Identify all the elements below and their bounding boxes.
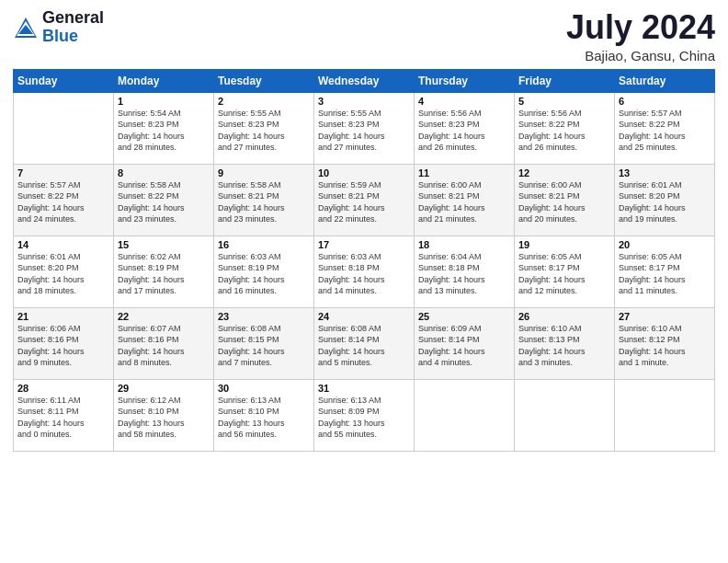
weekday-header-row: Sunday Monday Tuesday Wednesday Thursday… (14, 69, 715, 92)
day-info: Sunrise: 6:01 AM Sunset: 8:20 PM Dayligh… (17, 251, 109, 297)
day-info: Sunrise: 5:55 AM Sunset: 8:23 PM Dayligh… (318, 108, 410, 154)
table-cell: 3Sunrise: 5:55 AM Sunset: 8:23 PM Daylig… (314, 92, 415, 164)
title-area: July 2024 Bajiao, Gansu, China (566, 9, 715, 63)
table-cell: 11Sunrise: 6:00 AM Sunset: 8:21 PM Dayli… (415, 164, 515, 236)
day-info: Sunrise: 5:54 AM Sunset: 8:23 PM Dayligh… (118, 108, 210, 154)
table-cell: 2Sunrise: 5:55 AM Sunset: 8:23 PM Daylig… (214, 92, 314, 164)
table-cell: 4Sunrise: 5:56 AM Sunset: 8:23 PM Daylig… (415, 92, 515, 164)
table-cell: 13Sunrise: 6:01 AM Sunset: 8:20 PM Dayli… (615, 164, 715, 236)
day-number: 23 (218, 311, 310, 322)
day-number: 15 (118, 239, 210, 250)
table-cell: 16Sunrise: 6:03 AM Sunset: 8:19 PM Dayli… (214, 236, 314, 307)
day-number: 30 (218, 383, 310, 394)
day-number: 20 (619, 239, 711, 250)
logo-general: General (42, 9, 104, 28)
day-number: 12 (518, 167, 610, 178)
month-title: July 2024 (566, 9, 715, 46)
day-number: 6 (619, 96, 711, 107)
day-number: 8 (118, 167, 210, 178)
day-info: Sunrise: 6:04 AM Sunset: 8:18 PM Dayligh… (418, 251, 510, 297)
day-info: Sunrise: 6:03 AM Sunset: 8:19 PM Dayligh… (218, 251, 310, 297)
table-cell (515, 379, 615, 451)
day-number: 22 (118, 311, 210, 322)
day-info: Sunrise: 5:58 AM Sunset: 8:22 PM Dayligh… (118, 179, 210, 225)
header-thursday: Thursday (415, 69, 515, 92)
day-number: 16 (218, 239, 310, 250)
day-number: 10 (318, 167, 410, 178)
day-info: Sunrise: 6:08 AM Sunset: 8:15 PM Dayligh… (218, 323, 310, 369)
day-info: Sunrise: 6:07 AM Sunset: 8:16 PM Dayligh… (118, 323, 210, 369)
table-cell: 18Sunrise: 6:04 AM Sunset: 8:18 PM Dayli… (415, 236, 515, 307)
table-cell: 15Sunrise: 6:02 AM Sunset: 8:19 PM Dayli… (114, 236, 214, 307)
day-number: 29 (118, 383, 210, 394)
day-number: 2 (218, 96, 310, 107)
day-info: Sunrise: 5:57 AM Sunset: 8:22 PM Dayligh… (619, 108, 711, 154)
header-monday: Monday (114, 69, 214, 92)
day-info: Sunrise: 6:13 AM Sunset: 8:09 PM Dayligh… (318, 395, 410, 441)
week-row-2: 7Sunrise: 5:57 AM Sunset: 8:22 PM Daylig… (14, 164, 715, 236)
day-info: Sunrise: 6:08 AM Sunset: 8:14 PM Dayligh… (318, 323, 410, 369)
logo-icon (13, 16, 39, 41)
table-cell: 20Sunrise: 6:05 AM Sunset: 8:17 PM Dayli… (615, 236, 715, 307)
location-title: Bajiao, Gansu, China (566, 48, 715, 63)
day-number: 28 (17, 383, 109, 394)
table-cell (14, 92, 114, 164)
day-info: Sunrise: 5:56 AM Sunset: 8:23 PM Dayligh… (418, 108, 510, 154)
day-number: 27 (619, 311, 711, 322)
header-wednesday: Wednesday (314, 69, 415, 92)
day-number: 18 (418, 239, 510, 250)
day-info: Sunrise: 6:02 AM Sunset: 8:19 PM Dayligh… (118, 251, 210, 297)
table-cell: 14Sunrise: 6:01 AM Sunset: 8:20 PM Dayli… (14, 236, 114, 307)
table-cell: 23Sunrise: 6:08 AM Sunset: 8:15 PM Dayli… (214, 307, 314, 379)
day-number: 24 (318, 311, 410, 322)
day-info: Sunrise: 6:05 AM Sunset: 8:17 PM Dayligh… (619, 251, 711, 297)
page: General Blue July 2024 Bajiao, Gansu, Ch… (0, 0, 728, 563)
day-info: Sunrise: 6:10 AM Sunset: 8:12 PM Dayligh… (619, 323, 711, 369)
day-number: 19 (518, 239, 610, 250)
day-info: Sunrise: 5:55 AM Sunset: 8:23 PM Dayligh… (218, 108, 310, 154)
day-number: 17 (318, 239, 410, 250)
day-info: Sunrise: 6:11 AM Sunset: 8:11 PM Dayligh… (17, 395, 109, 441)
header-tuesday: Tuesday (214, 69, 314, 92)
calendar-table: Sunday Monday Tuesday Wednesday Thursday… (13, 69, 715, 452)
table-cell: 8Sunrise: 5:58 AM Sunset: 8:22 PM Daylig… (114, 164, 214, 236)
week-row-4: 21Sunrise: 6:06 AM Sunset: 8:16 PM Dayli… (14, 307, 715, 379)
header-sunday: Sunday (14, 69, 114, 92)
table-cell: 26Sunrise: 6:10 AM Sunset: 8:13 PM Dayli… (515, 307, 615, 379)
table-cell: 29Sunrise: 6:12 AM Sunset: 8:10 PM Dayli… (114, 379, 214, 451)
table-cell: 30Sunrise: 6:13 AM Sunset: 8:10 PM Dayli… (214, 379, 314, 451)
day-info: Sunrise: 5:57 AM Sunset: 8:22 PM Dayligh… (17, 179, 109, 225)
day-info: Sunrise: 5:59 AM Sunset: 8:21 PM Dayligh… (318, 179, 410, 225)
table-cell (415, 379, 515, 451)
day-info: Sunrise: 6:10 AM Sunset: 8:13 PM Dayligh… (518, 323, 610, 369)
table-cell: 22Sunrise: 6:07 AM Sunset: 8:16 PM Dayli… (114, 307, 214, 379)
day-number: 25 (418, 311, 510, 322)
table-cell: 6Sunrise: 5:57 AM Sunset: 8:22 PM Daylig… (615, 92, 715, 164)
day-info: Sunrise: 6:05 AM Sunset: 8:17 PM Dayligh… (518, 251, 610, 297)
day-number: 13 (619, 167, 711, 178)
day-number: 5 (518, 96, 610, 107)
week-row-3: 14Sunrise: 6:01 AM Sunset: 8:20 PM Dayli… (14, 236, 715, 307)
day-info: Sunrise: 6:03 AM Sunset: 8:18 PM Dayligh… (318, 251, 410, 297)
day-number: 7 (17, 167, 109, 178)
week-row-5: 28Sunrise: 6:11 AM Sunset: 8:11 PM Dayli… (14, 379, 715, 451)
day-info: Sunrise: 6:13 AM Sunset: 8:10 PM Dayligh… (218, 395, 310, 441)
header-saturday: Saturday (615, 69, 715, 92)
day-number: 31 (318, 383, 410, 394)
day-number: 9 (218, 167, 310, 178)
day-number: 26 (518, 311, 610, 322)
day-info: Sunrise: 6:00 AM Sunset: 8:21 PM Dayligh… (518, 179, 610, 225)
table-cell: 21Sunrise: 6:06 AM Sunset: 8:16 PM Dayli… (14, 307, 114, 379)
table-cell: 1Sunrise: 5:54 AM Sunset: 8:23 PM Daylig… (114, 92, 214, 164)
day-info: Sunrise: 5:58 AM Sunset: 8:21 PM Dayligh… (218, 179, 310, 225)
day-info: Sunrise: 6:12 AM Sunset: 8:10 PM Dayligh… (118, 395, 210, 441)
table-cell (615, 379, 715, 451)
header: General Blue July 2024 Bajiao, Gansu, Ch… (13, 9, 715, 63)
table-cell: 5Sunrise: 5:56 AM Sunset: 8:22 PM Daylig… (515, 92, 615, 164)
table-cell: 28Sunrise: 6:11 AM Sunset: 8:11 PM Dayli… (14, 379, 114, 451)
table-cell: 25Sunrise: 6:09 AM Sunset: 8:14 PM Dayli… (415, 307, 515, 379)
table-cell: 10Sunrise: 5:59 AM Sunset: 8:21 PM Dayli… (314, 164, 415, 236)
logo-text: General Blue (42, 9, 104, 46)
day-number: 14 (17, 239, 109, 250)
day-info: Sunrise: 6:06 AM Sunset: 8:16 PM Dayligh… (17, 323, 109, 369)
